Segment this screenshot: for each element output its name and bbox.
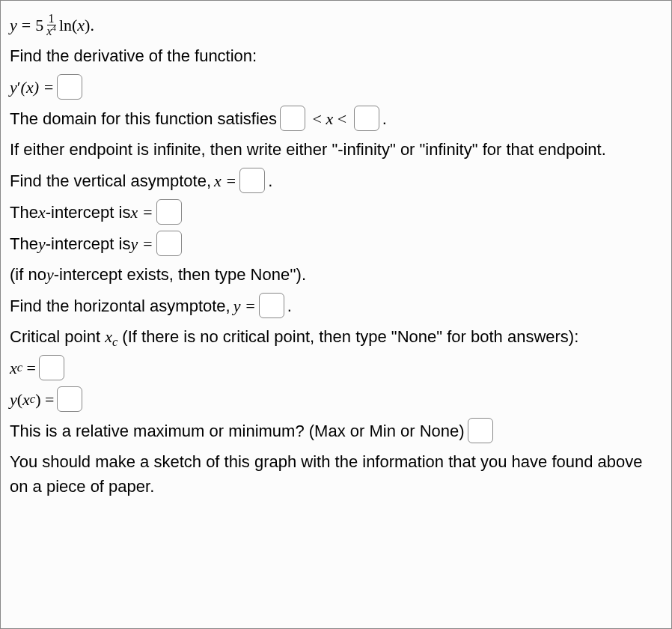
eq-lhs: y xyxy=(10,13,17,37)
problem-container: y = 5 1 x4 ln (x) . Find the derivative … xyxy=(0,0,672,629)
xc-input[interactable] xyxy=(39,355,64,380)
lt1: < xyxy=(308,106,326,131)
derivative-line: y′(x) = xyxy=(10,74,662,100)
xc-line: xc = xyxy=(10,355,662,380)
frac-den: x4 xyxy=(45,25,58,37)
yxc-open: ( xyxy=(17,387,22,412)
derivative-input[interactable] xyxy=(57,74,82,100)
eq-period: . xyxy=(90,13,94,37)
domain-text: The domain for this function satisfies xyxy=(10,106,277,131)
x-int-text: -intercept is xyxy=(46,200,131,225)
horizontal-asymptote-input[interactable] xyxy=(259,293,284,318)
domain-period: . xyxy=(382,106,387,131)
eq-arg: (x) xyxy=(72,13,90,37)
va-text: Find the vertical asymptote, xyxy=(10,168,211,193)
function-equation: y = 5 1 x4 ln (x) . xyxy=(10,13,662,37)
infinite-note: If either endpoint is infinite, then wri… xyxy=(10,137,662,162)
ha-period: . xyxy=(287,294,292,318)
derivative-lhs: y′(x) = xyxy=(10,75,54,100)
x-intercept-line: The x -intercept is x = xyxy=(10,199,662,225)
domain-var: x xyxy=(326,106,333,131)
max-min-input[interactable] xyxy=(468,418,493,443)
cp-var: x xyxy=(105,327,112,346)
x-int-var: x xyxy=(38,200,46,225)
eq-equals: = xyxy=(22,13,31,37)
eq-coef: 5 xyxy=(35,13,43,37)
yxc-x: x xyxy=(22,387,30,412)
xc-base: x xyxy=(10,356,17,380)
horizontal-asymptote-line: Find the horizontal asymptote, y = . xyxy=(10,293,662,318)
no-y-pre: (if no xyxy=(10,262,46,287)
eq-func: ln xyxy=(59,13,72,37)
y-int-text: -intercept is xyxy=(46,231,131,256)
va-var: x = xyxy=(214,168,236,193)
yxc-line: y(xc) = xyxy=(10,386,662,412)
yxc-close: ) = xyxy=(35,387,54,412)
lt2: < xyxy=(333,106,350,131)
y-int-eq: y = xyxy=(130,231,153,256)
x-int-pre: The xyxy=(10,200,38,225)
y-int-pre: The xyxy=(10,231,38,256)
eq-fraction: 1 x4 xyxy=(45,13,58,37)
max-min-line: This is a relative maximum or minimum? (… xyxy=(10,418,662,443)
y-int-var: y xyxy=(38,231,46,256)
cp-text-post: (If there is no critical point, then typ… xyxy=(117,327,578,346)
ha-var: y = xyxy=(233,294,256,318)
x-intercept-input[interactable] xyxy=(156,199,182,225)
no-y-note-line: (if no y -intercept exists, then type No… xyxy=(10,262,662,287)
find-derivative-text: Find the derivative of the function: xyxy=(10,43,662,68)
vertical-asymptote-input[interactable] xyxy=(239,168,265,193)
max-min-text: This is a relative maximum or minimum? (… xyxy=(10,419,465,443)
ha-text: Find the horizontal asymptote, xyxy=(10,294,230,318)
y-intercept-input[interactable] xyxy=(156,231,182,256)
no-y-var: y xyxy=(46,262,54,287)
domain-lower-input[interactable] xyxy=(280,106,305,131)
y-intercept-line: The y -intercept is y = xyxy=(10,231,662,256)
no-y-text: -intercept exists, then type None''). xyxy=(54,262,306,287)
domain-upper-input[interactable] xyxy=(354,106,379,131)
critical-point-line: Critical point xc (If there is no critic… xyxy=(10,324,662,349)
vertical-asymptote-line: Find the vertical asymptote, x = . xyxy=(10,168,662,193)
sketch-note: You should make a sketch of this graph w… xyxy=(10,449,662,499)
yxc-input[interactable] xyxy=(57,386,82,412)
cp-text-pre: Critical point xyxy=(10,327,105,346)
x-int-eq: x = xyxy=(130,200,153,225)
va-period: . xyxy=(268,168,272,193)
yxc-y: y xyxy=(10,387,17,412)
xc-eq: = xyxy=(22,356,36,380)
domain-line: The domain for this function satisfies <… xyxy=(10,106,662,131)
